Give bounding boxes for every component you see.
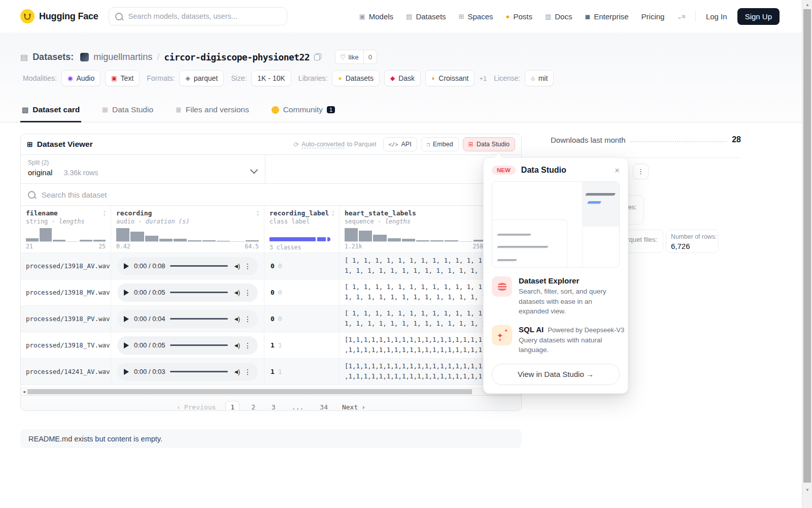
scroll-left-icon[interactable]: ◄ [21, 390, 27, 394]
split-selector[interactable]: Split (2) original · 3.36k rows [21, 155, 265, 183]
audio-player[interactable]: 0:00 / 0:03 ◄) ⋮ [117, 363, 258, 381]
scroll-down-icon[interactable]: ▼ [802, 488, 812, 492]
audio-progress-track[interactable] [170, 318, 228, 320]
column-type: sequence [345, 218, 374, 225]
audio-player[interactable]: 0:00 / 0:05 ◄) ⋮ [117, 283, 258, 302]
horizontal-scrollbar[interactable]: ◄ ► [21, 388, 521, 395]
signup-button[interactable]: Sign Up [737, 8, 780, 25]
tab[interactable]: ▧ Dataset card [20, 105, 81, 122]
table-row[interactable]: processed/13918_PV.wav 0:00 / 0:04 ◄) ⋮ … [21, 305, 521, 332]
login-button[interactable]: Log In [706, 12, 727, 21]
sidebar-menu-button[interactable]: ⋮ [633, 164, 649, 179]
table-row[interactable]: processed/14241_AV.wav 0:00 / 0:03 ◄) ⋮ … [21, 358, 521, 385]
embed-button[interactable]: ❐ Embed [421, 137, 459, 151]
more-count[interactable]: +1 [479, 75, 487, 82]
tab[interactable]: ⊞ Data Studio [100, 105, 155, 122]
search-icon [115, 13, 123, 20]
horizontal-scroll-thumb[interactable] [27, 389, 472, 394]
tab[interactable]: ≣ Files and versions [174, 105, 251, 122]
audio-menu-icon[interactable]: ⋮ [244, 315, 251, 323]
nav-more-icon[interactable]: ⌄≡ [676, 13, 685, 20]
audio-menu-icon[interactable]: ⋮ [244, 289, 251, 297]
audio-progress-track[interactable] [170, 292, 228, 294]
like-count[interactable]: 0 [363, 50, 377, 64]
filename-histogram[interactable] [26, 228, 106, 242]
dataset-search-input[interactable] [41, 190, 514, 200]
page-button[interactable]: 1 [225, 401, 240, 411]
auto-converted-note[interactable]: ⟳ Auto-converted to Parquet [293, 141, 376, 148]
meta-pill[interactable]: ◆ Dask [384, 70, 421, 86]
scroll-up-icon[interactable]: ▲ [802, 3, 812, 7]
audio-player[interactable]: 0:00 / 0:08 ◄) ⋮ [117, 257, 258, 275]
global-search-input[interactable] [127, 12, 281, 21]
table-row[interactable]: processed/13918_AV.wav 0:00 / 0:08 ◄) ⋮ … [21, 252, 521, 279]
meta-pill[interactable]: ● Datasets [332, 70, 380, 86]
audio-player[interactable]: 0:00 / 0:04 ◄) ⋮ [117, 310, 258, 328]
nav-item[interactable]: ▥ Docs [545, 12, 572, 21]
meta-pill[interactable]: ▣ Text [105, 70, 140, 86]
column-header-filename[interactable]: filename ▲▼ string · lengths 2125 [21, 206, 111, 252]
audio-menu-icon[interactable]: ⋮ [244, 262, 251, 270]
page-button[interactable]: 2 [247, 401, 260, 411]
meta-pill[interactable]: ◈ parquet [179, 70, 224, 86]
column-header-recording[interactable]: recording ▲▼ audio · duration (s) 0.4264… [111, 206, 264, 252]
volume-icon[interactable]: ◄) [233, 289, 239, 296]
audio-progress-track[interactable] [170, 371, 228, 373]
play-icon[interactable] [124, 316, 129, 322]
api-button[interactable]: </> API [383, 137, 417, 151]
nav-item[interactable]: Pricing [641, 12, 665, 21]
owner-link[interactable]: miguellmartins [93, 52, 152, 62]
volume-icon[interactable]: ◄) [233, 263, 239, 270]
nav-item[interactable]: ● Posts [506, 12, 532, 21]
sort-icon[interactable]: ▲▼ [257, 210, 259, 216]
play-icon[interactable] [124, 290, 129, 296]
recording-histogram[interactable] [116, 228, 259, 242]
nav-item[interactable]: ◼ Enterprise [585, 12, 628, 21]
heart-state-histogram[interactable] [345, 228, 487, 242]
nav-item[interactable]: ▤ Datasets [406, 12, 446, 21]
audio-progress-track[interactable] [170, 265, 228, 267]
meta-pill[interactable]: ⌂ mit [525, 70, 554, 86]
table-row[interactable]: processed/13918_TV.wav 0:00 / 0:05 ◄) ⋮ … [21, 332, 521, 358]
browser-scrollbar[interactable]: ▲ ▼ [802, 0, 812, 508]
view-in-data-studio-button[interactable]: View in Data Studio → [492, 364, 620, 385]
volume-icon[interactable]: ◄) [233, 315, 239, 323]
page-button[interactable]: 34 [315, 401, 332, 411]
audio-progress-track[interactable] [170, 344, 228, 346]
data-studio-button[interactable]: ⊞ Data Studio [463, 137, 515, 151]
page-button[interactable]: ... [287, 401, 308, 411]
vertical-scroll-thumb[interactable] [803, 9, 811, 483]
sort-icon[interactable]: ▲▼ [332, 210, 334, 216]
copy-name-icon[interactable] [314, 53, 321, 60]
play-icon[interactable] [124, 263, 129, 269]
nav-item[interactable]: ▣ Models [359, 12, 393, 21]
global-search[interactable] [109, 7, 287, 25]
close-icon[interactable]: × [615, 166, 620, 175]
page-button[interactable]: 3 [267, 401, 280, 411]
huggingface-logo[interactable]: Hugging Face [20, 9, 98, 23]
volume-icon[interactable]: ◄) [233, 368, 239, 375]
play-icon[interactable] [124, 342, 129, 348]
nav-item[interactable]: ⊞ Spaces [459, 12, 493, 21]
tab[interactable]: Community 1 [270, 105, 337, 122]
volume-icon[interactable]: ◄) [233, 342, 239, 349]
previous-page-button[interactable]: ‹ Previous [177, 403, 216, 411]
play-icon[interactable] [124, 369, 129, 375]
parquet-label-fragment: arquet files: [623, 236, 657, 243]
auto-converted-link[interactable]: Auto-converted [301, 141, 345, 148]
meta-pill[interactable]: 1K - 10K [251, 70, 291, 86]
meta-pill[interactable]: ◉ Audio [61, 70, 100, 86]
column-header-recording-label[interactable]: recording_label ▲▼ class label 3 classes [264, 206, 340, 252]
audio-player[interactable]: 0:00 / 0:05 ◄) ⋮ [117, 336, 258, 355]
owner-avatar[interactable] [80, 53, 89, 61]
like-button[interactable]: ♡ like 0 [335, 50, 377, 64]
class-distribution-bar[interactable] [269, 237, 334, 241]
column-name: recording_label [269, 209, 329, 217]
sort-icon[interactable]: ▲▼ [104, 210, 106, 216]
dataset-name[interactable]: circor-digiscope-physionet22 [164, 52, 310, 62]
audio-menu-icon[interactable]: ⋮ [244, 341, 251, 350]
audio-menu-icon[interactable]: ⋮ [244, 368, 251, 376]
next-page-button[interactable]: Next › [342, 403, 365, 411]
meta-pill[interactable]: ◗ Croissant [425, 70, 475, 86]
table-row[interactable]: processed/13918_MV.wav 0:00 / 0:05 ◄) ⋮ … [21, 279, 521, 305]
